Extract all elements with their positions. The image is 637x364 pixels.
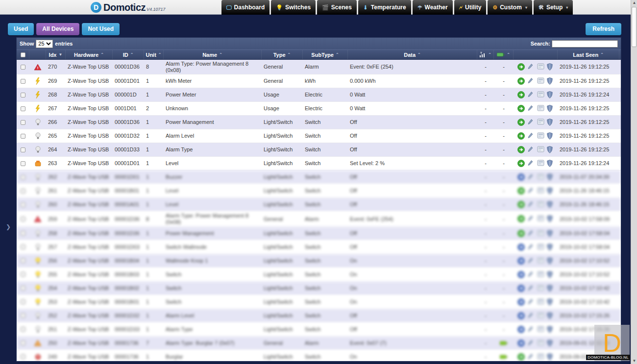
column-header-type[interactable]: Type⌃ bbox=[262, 50, 303, 59]
log-button[interactable] bbox=[517, 119, 525, 126]
log-button[interactable] bbox=[517, 243, 525, 251]
search-input[interactable] bbox=[552, 40, 618, 48]
row-checkbox[interactable] bbox=[21, 313, 25, 318]
tab-not-used[interactable]: Not Used bbox=[82, 23, 120, 35]
column-header-unit[interactable]: Unit⌃ bbox=[144, 50, 164, 59]
select-all-checkbox[interactable] bbox=[21, 52, 25, 57]
table-row[interactable]: 261Z-Wave Top USB00001B011LevelLight/Swi… bbox=[17, 184, 621, 198]
refresh-button[interactable]: Refresh bbox=[586, 23, 621, 35]
edit-button[interactable] bbox=[527, 160, 535, 167]
table-row[interactable]: 269Z-Wave Top USB00001D011kWh MeterGener… bbox=[17, 74, 621, 88]
row-checkbox[interactable] bbox=[21, 354, 25, 359]
notifications-button[interactable] bbox=[537, 326, 544, 333]
notifications-button[interactable] bbox=[537, 146, 544, 153]
table-row[interactable]: 265Z-Wave Top USB00001D321Alarm LevelLig… bbox=[17, 129, 621, 143]
tab-used[interactable]: Used bbox=[8, 23, 34, 35]
row-checkbox[interactable] bbox=[21, 202, 25, 207]
row-checkbox[interactable] bbox=[21, 106, 25, 111]
log-button[interactable] bbox=[517, 160, 525, 167]
row-checkbox[interactable] bbox=[21, 299, 25, 304]
nav-item-utility[interactable]: 🗲Utility bbox=[454, 0, 487, 15]
edit-button[interactable] bbox=[527, 340, 535, 347]
row-checkbox[interactable] bbox=[21, 189, 25, 194]
nav-item-weather[interactable]: ☂Weather bbox=[413, 0, 453, 15]
log-button[interactable] bbox=[517, 91, 525, 98]
notifications-button[interactable] bbox=[537, 105, 544, 112]
edit-button[interactable] bbox=[527, 230, 535, 237]
row-checkbox[interactable] bbox=[21, 93, 25, 97]
edit-button[interactable] bbox=[527, 326, 535, 333]
page-size-select[interactable]: 25 bbox=[36, 40, 53, 48]
log-button[interactable] bbox=[517, 230, 525, 237]
edit-button[interactable] bbox=[527, 91, 535, 98]
scrollbar-thumb[interactable] bbox=[632, 7, 637, 47]
delete-button[interactable] bbox=[547, 119, 554, 126]
column-header-signal[interactable]: ⌃ bbox=[477, 50, 494, 59]
log-button[interactable] bbox=[517, 146, 525, 153]
row-checkbox[interactable] bbox=[21, 231, 25, 236]
edit-button[interactable] bbox=[527, 298, 535, 306]
notifications-button[interactable] bbox=[537, 243, 544, 251]
notifications-button[interactable] bbox=[537, 63, 544, 71]
table-row[interactable]: 255Z-Wave Top USB00001B031SwitchLight/Sw… bbox=[17, 268, 621, 282]
delete-button[interactable] bbox=[547, 132, 554, 140]
delete-button[interactable] bbox=[547, 63, 554, 71]
nav-item-switches[interactable]: 💡Switches bbox=[271, 0, 316, 15]
column-header-id[interactable]: ID⌃ bbox=[113, 50, 144, 59]
log-button[interactable] bbox=[517, 63, 525, 71]
log-button[interactable] bbox=[517, 257, 525, 265]
row-checkbox[interactable] bbox=[21, 79, 25, 84]
notifications-button[interactable] bbox=[537, 77, 544, 85]
log-button[interactable] bbox=[517, 173, 525, 181]
log-button[interactable] bbox=[517, 201, 525, 208]
column-header-name[interactable]: Name⌃ bbox=[164, 50, 262, 59]
delete-button[interactable] bbox=[547, 312, 554, 319]
table-row[interactable]: 253Z-Wave Top USB00001B011SwitchLight/Sw… bbox=[17, 295, 621, 309]
delete-button[interactable] bbox=[547, 187, 554, 194]
log-button[interactable] bbox=[517, 326, 525, 333]
log-button[interactable] bbox=[517, 77, 525, 85]
notifications-button[interactable] bbox=[537, 312, 544, 319]
notifications-button[interactable] bbox=[537, 132, 544, 140]
row-checkbox[interactable] bbox=[21, 120, 25, 125]
column-header-last_seen[interactable]: Last Seen⌃ bbox=[558, 50, 619, 59]
delete-button[interactable] bbox=[547, 201, 554, 208]
delete-button[interactable] bbox=[547, 257, 554, 265]
edit-button[interactable] bbox=[527, 119, 535, 126]
column-header-subtype[interactable]: SubType⌃ bbox=[303, 50, 348, 59]
row-checkbox[interactable] bbox=[21, 272, 25, 277]
notifications-button[interactable] bbox=[537, 298, 544, 306]
notifications-button[interactable] bbox=[537, 160, 544, 167]
column-header-select[interactable] bbox=[17, 50, 29, 59]
table-row[interactable]: !250Z-Wave Top USB000017367Alarm Type: B… bbox=[17, 337, 621, 350]
table-row[interactable]: 268Z-Wave Top USB000001D1Power MeterUsag… bbox=[17, 88, 621, 102]
log-button[interactable] bbox=[517, 215, 525, 222]
delete-button[interactable] bbox=[547, 340, 554, 347]
row-checkbox[interactable] bbox=[21, 175, 25, 180]
notifications-button[interactable] bbox=[537, 91, 544, 98]
row-checkbox[interactable] bbox=[21, 161, 25, 166]
table-row[interactable]: 258Z-Wave Top USB00001D361Power Manageme… bbox=[17, 227, 621, 241]
delete-button[interactable] bbox=[547, 215, 554, 222]
delete-button[interactable] bbox=[547, 243, 554, 251]
notifications-button[interactable] bbox=[537, 353, 544, 361]
row-checkbox[interactable] bbox=[21, 340, 25, 345]
tab-all-devices[interactable]: All Devices bbox=[36, 23, 79, 35]
row-checkbox[interactable] bbox=[21, 65, 25, 70]
notifications-button[interactable] bbox=[537, 201, 544, 208]
column-header-battery[interactable]: ⌃ bbox=[494, 50, 514, 59]
notifications-button[interactable] bbox=[537, 257, 544, 265]
edit-button[interactable] bbox=[527, 77, 535, 85]
table-row[interactable]: 264Z-Wave Top USB00001D331Alarm TypeLigh… bbox=[17, 143, 621, 157]
delete-button[interactable] bbox=[547, 285, 554, 292]
edit-button[interactable] bbox=[527, 257, 535, 265]
log-button[interactable] bbox=[517, 340, 525, 347]
notifications-button[interactable] bbox=[537, 215, 544, 222]
nav-item-scenes[interactable]: 🎬Scenes bbox=[317, 0, 357, 15]
edit-button[interactable] bbox=[527, 271, 535, 278]
delete-button[interactable] bbox=[547, 160, 554, 167]
row-checkbox[interactable] bbox=[21, 134, 25, 139]
delete-button[interactable] bbox=[547, 105, 554, 112]
table-row[interactable]: 249Z-Wave Top USB000017361BurglarLight/S… bbox=[17, 350, 621, 362]
log-button[interactable] bbox=[517, 105, 525, 112]
